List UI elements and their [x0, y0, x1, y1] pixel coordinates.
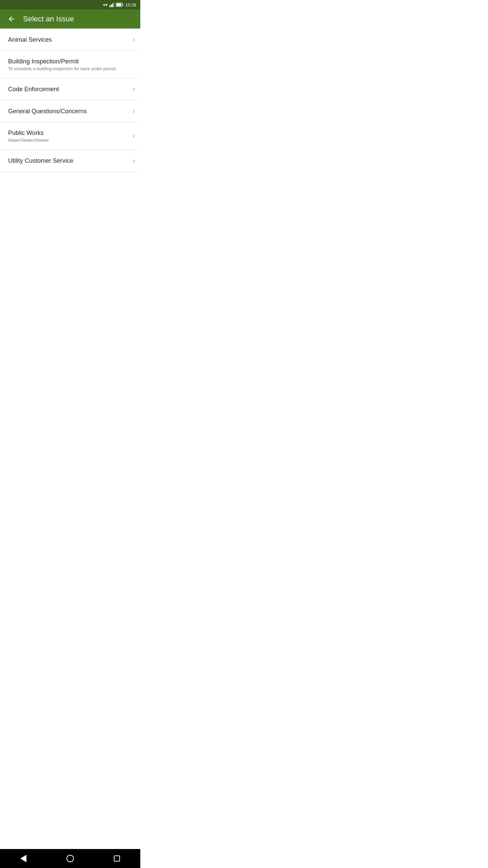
item-content-building-inspection: Building Inspection/Permit To schedule a… [8, 58, 135, 71]
item-title-public-works: Public Works [8, 130, 130, 137]
item-title-code-enforcement: Code Enforcement [8, 86, 130, 93]
divider-6 [0, 172, 140, 172]
list-item-public-works[interactable]: Public Works Water/Sewer/Streets › [0, 122, 140, 150]
item-content-public-works: Public Works Water/Sewer/Streets [8, 130, 130, 143]
chevron-icon-code-enforcement: › [133, 85, 135, 94]
list-item-code-enforcement[interactable]: Code Enforcement › [0, 78, 140, 100]
list-item-utility-customer-service[interactable]: Utility Customer Service › [0, 150, 140, 172]
svg-rect-6 [117, 4, 121, 6]
status-icons: ▾▾ 10:28 [103, 2, 136, 7]
status-time: 10:28 [125, 2, 136, 7]
item-subtitle-building-inspection: To schedule a building inspection for wo… [8, 66, 135, 71]
item-content-utility-customer-service: Utility Customer Service [8, 157, 130, 164]
item-title-utility-customer-service: Utility Customer Service [8, 157, 130, 164]
svg-rect-3 [114, 2, 114, 7]
chevron-icon-general-questions: › [133, 107, 135, 116]
item-content-code-enforcement: Code Enforcement [8, 86, 130, 93]
list-item-general-questions[interactable]: General Questions/Concerns › [0, 100, 140, 122]
svg-rect-1 [111, 4, 112, 7]
list-item-animal-services[interactable]: Animal Services › [0, 29, 140, 51]
battery-icon [116, 3, 123, 7]
chevron-icon-public-works: › [133, 132, 135, 140]
toolbar: Select an Issue [0, 9, 140, 28]
svg-rect-0 [109, 5, 110, 7]
back-button[interactable] [5, 13, 18, 25]
svg-rect-2 [112, 3, 113, 7]
wifi-icon: ▾▾ [103, 2, 108, 7]
item-content-animal-services: Animal Services [8, 36, 130, 43]
item-title-general-questions: General Questions/Concerns [8, 108, 130, 115]
chevron-icon-utility-customer-service: › [133, 156, 135, 165]
issues-list: Animal Services › Building Inspection/Pe… [0, 28, 140, 191]
chevron-icon-animal-services: › [133, 35, 135, 44]
list-item-building-inspection[interactable]: Building Inspection/Permit To schedule a… [0, 51, 140, 78]
item-content-general-questions: General Questions/Concerns [8, 108, 130, 115]
status-bar: ▾▾ 10:28 [0, 0, 140, 9]
item-title-animal-services: Animal Services [8, 36, 130, 43]
signal-icon [109, 2, 114, 7]
svg-rect-5 [123, 4, 123, 5]
item-title-building-inspection: Building Inspection/Permit [8, 58, 135, 65]
item-subtitle-public-works: Water/Sewer/Streets [8, 138, 130, 143]
page-title: Select an Issue [23, 15, 74, 23]
